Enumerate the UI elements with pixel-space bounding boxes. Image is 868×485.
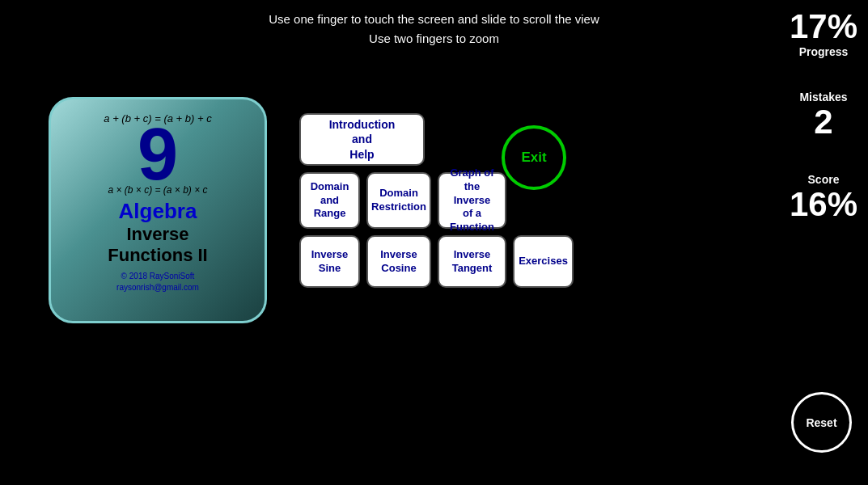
- score-stat: Score 16%: [790, 173, 857, 223]
- icon-title-line1: Inverse: [126, 224, 188, 244]
- progress-stat: 17% Progress: [790, 8, 857, 58]
- instruction-line1: Use one finger to touch the screen and s…: [0, 10, 868, 29]
- score-value: 16%: [790, 186, 857, 223]
- app-icon: a + (b + c) = (a + b) + c 9 a × (b × c) …: [49, 97, 267, 323]
- intro-help-button[interactable]: IntroductionandHelp: [299, 113, 425, 166]
- domain-restriction-button[interactable]: DomainRestriction: [366, 172, 431, 229]
- inverse-sine-button[interactable]: InverseSine: [299, 235, 360, 288]
- icon-copyright: © 2018 RaySoniSoftraysonrish@gmail.com: [116, 271, 199, 293]
- icon-title-line2: Functions II: [108, 245, 207, 265]
- exercises-button[interactable]: Exercises: [513, 235, 574, 288]
- mistakes-value: 2: [799, 103, 847, 141]
- mistakes-label: Mistakes: [799, 91, 847, 103]
- instructions-text: Use one finger to touch the screen and s…: [0, 10, 868, 48]
- progress-value: 17%: [790, 8, 857, 45]
- menu-row-3: InverseSine InverseCosine InverseTangent…: [299, 235, 574, 288]
- icon-main-title: Inverse Functions II: [108, 224, 207, 267]
- icon-math-bottom: a × (b × c) = (a × b) × c: [108, 183, 207, 197]
- exit-button[interactable]: Exit: [502, 125, 566, 190]
- menu-row-1: IntroductionandHelp: [299, 113, 425, 166]
- inverse-tangent-button[interactable]: InverseTangent: [438, 235, 506, 288]
- icon-algebra-title: Algebra: [119, 199, 197, 224]
- progress-label: Progress: [790, 45, 857, 58]
- graph-inverse-button[interactable]: Graph ofthe Inverseof aFunction: [438, 172, 506, 229]
- domain-range-button[interactable]: DomainandRange: [299, 172, 360, 229]
- instruction-line2: Use two fingers to zoom: [0, 29, 868, 48]
- score-label: Score: [790, 173, 857, 186]
- reset-button[interactable]: Reset: [791, 392, 852, 453]
- mistakes-stat: Mistakes 2: [799, 91, 847, 141]
- menu-row-2: DomainandRange DomainRestriction Graph o…: [299, 172, 506, 229]
- icon-number: 9: [138, 122, 178, 188]
- inverse-cosine-button[interactable]: InverseCosine: [366, 235, 431, 288]
